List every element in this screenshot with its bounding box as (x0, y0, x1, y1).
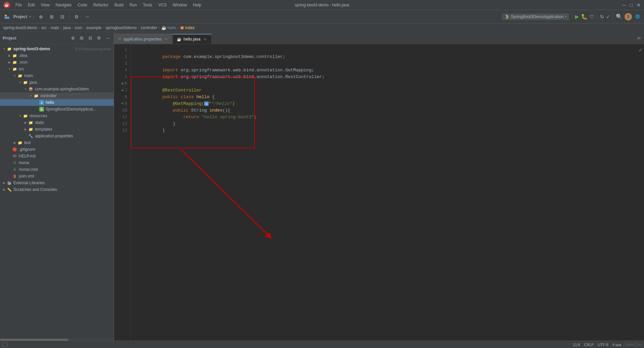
tree-item-help[interactable]: ▶ MD HELP.md (0, 153, 114, 159)
tree-item-gitignore[interactable]: ▶ 🔴 .gitignore (0, 146, 114, 153)
status-watermark: znwx工cn (625, 342, 641, 347)
code-line-12: } (136, 121, 644, 127)
sidebar-collapse-button[interactable]: ⊟ (87, 35, 94, 42)
tree-label-hello: hello (46, 100, 114, 105)
run-button[interactable]: ▶ (575, 13, 579, 20)
menu-help[interactable]: Help (190, 2, 204, 8)
menu-build[interactable]: Build (112, 2, 126, 8)
breadcrumb-java[interactable]: java (63, 25, 71, 30)
minimize-view-button[interactable]: ─ (83, 12, 92, 21)
ide-updates-icon[interactable]: 🌐 (634, 13, 641, 20)
line-number-4: 4 (114, 67, 130, 74)
tab-close-hello[interactable]: ✕ (203, 37, 207, 42)
status-encoding[interactable]: UTF-8 (598, 343, 608, 347)
status-right: 11:6 CRLF UTF-8 4 spa znwx工cn (573, 342, 641, 347)
tree-item-mvnw-cmd[interactable]: ▶ ⚙ mvnw.cmd (0, 166, 114, 173)
tree-label-src: src (19, 67, 114, 71)
line-number-11: ○ 11 (114, 114, 130, 121)
add-button[interactable]: ⊕ (37, 12, 45, 21)
tree-item-pom[interactable]: ▶ 🏺 pom.xml (0, 173, 114, 180)
breadcrumb-project[interactable]: spring-boot3-demo (3, 25, 37, 30)
code-content[interactable]: package com.example.springboot3demo.cont… (131, 44, 644, 341)
breadcrumb-src[interactable]: src (41, 25, 47, 30)
tree-item-scratches[interactable]: ▶ ✏️ Scratches and Consoles (0, 186, 114, 193)
coverage-button[interactable]: 🛡 (590, 14, 594, 19)
project-dropdown-arrow[interactable]: ▾ (29, 15, 31, 18)
spring-java-icon: S (39, 107, 44, 112)
user-avatar[interactable]: 👤 (625, 13, 632, 20)
breadcrumb-hello[interactable]: ☕ hello (161, 25, 176, 30)
tree-label-static: static (35, 120, 114, 125)
mvnw-icon: ⚙ (12, 160, 17, 165)
tree-item-controller[interactable]: ▾ 📁 controller (0, 92, 114, 99)
tree-item-idea[interactable]: ▶ 📁 .idea (0, 52, 114, 59)
status-crlf[interactable]: CRLF (584, 343, 594, 347)
bug-icon[interactable]: 🐛 (581, 13, 588, 20)
menu-view[interactable]: View (38, 2, 52, 8)
breadcrumb-com[interactable]: com (75, 25, 83, 30)
expand-arrow: ▾ (12, 73, 17, 78)
menu-vcs[interactable]: VCS (156, 2, 169, 8)
tree-label-idea: .idea (19, 53, 114, 58)
sidebar-close-button[interactable]: ─ (104, 35, 111, 42)
tree-item-external-libs[interactable]: ▶ 📚 External Libraries (0, 180, 114, 186)
tab-application-properties[interactable]: ⚙ application.properties ✕ (114, 34, 173, 44)
tree-item-mvnw[interactable]: ▶ ⚙ mvnw (0, 159, 114, 166)
svg-text:S: S (41, 108, 43, 111)
svg-text:J: J (41, 101, 42, 105)
close-button[interactable]: ✕ (637, 2, 641, 8)
sidebar-settings-button[interactable]: ⚙ (96, 35, 102, 42)
tree-item-static[interactable]: ▶ 📁 static (0, 119, 114, 126)
tree-label-package: com.example.springboot3dem (35, 87, 114, 91)
expand-arrow: ▶ (1, 187, 7, 192)
search-button[interactable]: 🔍 (616, 13, 623, 20)
menu-file[interactable]: File (13, 2, 24, 8)
sidebar-expand-button[interactable]: ⊞ (78, 35, 85, 42)
settings-button[interactable]: ⚙ (72, 12, 81, 21)
expand-all-button[interactable]: ⊞ (47, 12, 56, 21)
vcs-update-button[interactable]: ↻ (600, 14, 604, 19)
menu-window[interactable]: Window (170, 2, 190, 8)
tree-item-application-props[interactable]: ▶ 🔧 application.properties (0, 133, 114, 139)
status-indent[interactable]: 4 spa (612, 343, 621, 347)
code-line-7: public class hello { (136, 87, 644, 94)
breadcrumb-index[interactable]: m index (180, 25, 195, 30)
commit-button[interactable]: ✓ (606, 14, 610, 19)
tab-hello-java[interactable]: ☕ hello.java ✕ (173, 34, 212, 44)
menu-run[interactable]: Run (127, 2, 140, 8)
menu-edit[interactable]: Edit (25, 2, 38, 8)
editor-check-icon: ✓ (638, 47, 643, 53)
breadcrumb-controller[interactable]: controller (141, 25, 157, 30)
tab-close-props[interactable]: ✕ (164, 37, 168, 42)
tree-item-springboot-app[interactable]: ▶ S SpringBoot3DemoApplicat... (0, 106, 114, 113)
tree-label-controller: controller (40, 93, 114, 98)
menu-code[interactable]: Code (75, 2, 90, 8)
run-configuration[interactable]: 🍃 SpringBoot3DemoApplication ▾ (502, 13, 569, 20)
tree-item-root[interactable]: ▾ 📁 spring-boot3-demo D:\Project\spring-… (0, 46, 114, 52)
tree-item-package[interactable]: ▾ 📦 com.example.springboot3dem (0, 86, 114, 92)
tree-item-test[interactable]: ▶ 📁 test (0, 139, 114, 146)
sidebar-add-button[interactable]: ⊕ (69, 35, 76, 42)
status-line-col[interactable]: 11:6 (573, 343, 580, 347)
menu-navigate[interactable]: Navigate (53, 2, 74, 8)
collapse-button[interactable]: ⊟ (58, 12, 67, 21)
tree-item-resources[interactable]: ▾ 📁 resources (0, 113, 114, 119)
tree-item-java-folder[interactable]: ▾ 📁 java (0, 79, 114, 86)
status-square[interactable] (3, 342, 7, 347)
tree-item-hello[interactable]: ▶ J hello (0, 99, 114, 106)
menu-tools[interactable]: Tools (140, 2, 155, 8)
code-editor[interactable]: 1 2 3 4 5 ◉ 6 ◉ 7 8 ▼ 9 10 (114, 44, 644, 341)
java-file-icon: J (39, 100, 44, 105)
title-bar: ☕ FileEditViewNavigateCodeRefactorBuildR… (0, 0, 644, 10)
minimize-button[interactable]: ─ (623, 2, 626, 8)
breadcrumb-springboot3demo[interactable]: springboot3demo (106, 25, 137, 30)
breadcrumb-main[interactable]: main (51, 25, 59, 30)
tree-item-src[interactable]: ▾ 📁 src (0, 66, 114, 72)
menu-refactor[interactable]: Refactor (91, 2, 111, 8)
tree-item-mvn[interactable]: ▶ 📁 .mvn (0, 59, 114, 66)
tree-item-main[interactable]: ▾ 📁 main (0, 72, 114, 79)
maximize-button[interactable]: □ (630, 2, 633, 8)
tree-item-templates[interactable]: ▶ 📁 templates (0, 126, 114, 133)
breadcrumb-example[interactable]: example (86, 25, 101, 30)
tab-more-button[interactable]: ≫ (634, 36, 644, 41)
